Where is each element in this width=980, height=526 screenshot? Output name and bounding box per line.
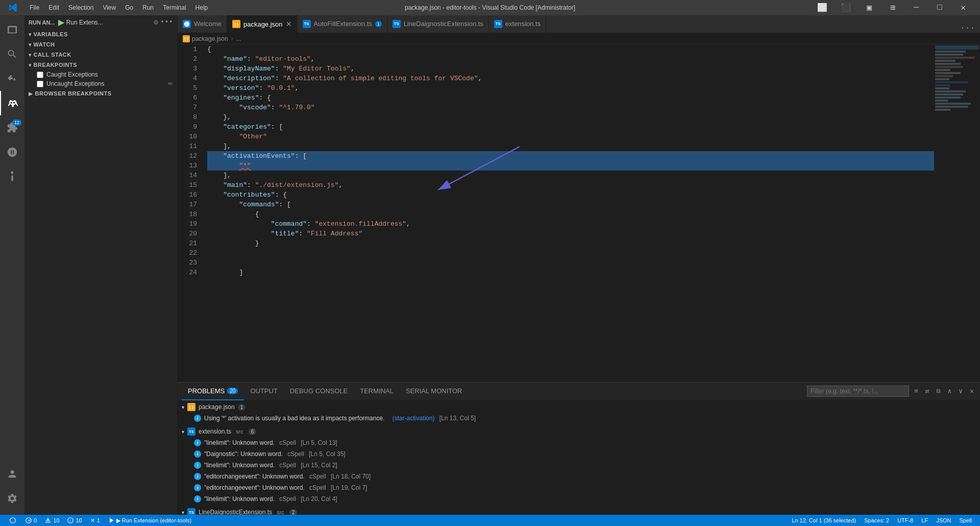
tab-extension[interactable]: TS extension.ts	[489, 15, 546, 33]
minimize-btn[interactable]: ─	[904, 0, 928, 15]
panel-tab-serial-monitor[interactable]: SERIAL MONITOR	[400, 382, 469, 400]
problem-linelimit-3[interactable]: i "linelimit": Unknown word. cSpell [Ln …	[178, 493, 980, 505]
layout-icon[interactable]: ⊟	[935, 386, 943, 396]
panel: PROBLEMS 20 OUTPUT DEBUG CONSOLE TERMINA…	[178, 382, 980, 515]
problem-daignostic[interactable]: i "Daignostic": Unknown word. cSpell [Ln…	[178, 448, 980, 460]
panel-tab-terminal[interactable]: TERMINAL	[354, 382, 400, 400]
run-settings-icon[interactable]: ⚙	[154, 18, 158, 27]
status-warnings[interactable]: 10	[41, 515, 63, 526]
status-errors[interactable]: ✕ 0	[21, 515, 41, 526]
status-spaces[interactable]: Spaces: 2	[860, 515, 893, 526]
svg-text:✕: ✕	[28, 518, 31, 523]
status-cursor-pos[interactable]: Ln 12, Col 1 (36 selected)	[788, 515, 860, 526]
status-run-extension[interactable]: ▶ Run Extension (editor-tools)	[104, 515, 195, 526]
layout-btn-4[interactable]: ⊞	[881, 0, 904, 15]
tabs-more-btn[interactable]: ···	[955, 23, 980, 33]
problem-editorchangeevent-1[interactable]: i "editorchangeevent": Unknown word. cSp…	[178, 471, 980, 482]
filter-icon[interactable]: ≡	[912, 387, 920, 396]
info-icon-ece2: i	[194, 484, 201, 491]
svg-rect-12	[935, 78, 949, 80]
run-more-icon[interactable]: •••	[160, 18, 173, 27]
activity-search[interactable]	[0, 42, 24, 66]
layout-btn-1[interactable]: ⬜	[811, 0, 834, 15]
extension-ts-group-header[interactable]: ▾ TS extension.ts src 6	[178, 426, 980, 437]
breadcrumb-path[interactable]: ...	[236, 35, 241, 42]
package-json-group-header[interactable]: ▾ { } package.json 1	[178, 401, 980, 413]
activity-settings[interactable]	[0, 486, 24, 511]
svg-rect-5	[935, 57, 975, 59]
status-encoding[interactable]: UTF-8	[893, 515, 917, 526]
menu-file[interactable]: File	[26, 2, 43, 13]
problem-linelimit-2[interactable]: i "linelimit": Unknown word. cSpell [Ln …	[178, 460, 980, 471]
code-line-8: },	[207, 112, 934, 122]
code-area[interactable]: { "name": "editor-tools", "displayName":…	[203, 44, 934, 382]
problem-linelimit-1[interactable]: i "linelimit": Unknown word. cSpell [Ln …	[178, 437, 980, 448]
menu-terminal[interactable]: Terminal	[159, 2, 190, 13]
layout-btn-3[interactable]: ▣	[857, 0, 881, 15]
breadcrumb-filename[interactable]: package.json	[192, 35, 228, 42]
activity-remote[interactable]	[0, 140, 24, 164]
status-language[interactable]: JSON	[932, 515, 955, 526]
layout-btn-2[interactable]: ⬛	[834, 0, 857, 15]
problem-item-star-activation[interactable]: i Using '*' activation is usually a bad …	[178, 413, 980, 424]
activity-source-control[interactable]	[0, 66, 24, 91]
menu-selection[interactable]: Selection	[64, 2, 97, 13]
status-spell[interactable]: Spell	[955, 515, 976, 526]
activity-account[interactable]	[0, 462, 24, 486]
serial-monitor-label: SERIAL MONITOR	[406, 387, 462, 395]
output-label: OUTPUT	[250, 387, 277, 395]
spell-label: Spell	[960, 517, 972, 523]
star-activation-link[interactable]: (star-activation)	[393, 415, 435, 422]
wrap-icon[interactable]: ⇄	[923, 386, 932, 396]
panel-tab-debug-console[interactable]: DEBUG CONSOLE	[284, 382, 354, 400]
status-eol[interactable]: LF	[917, 515, 932, 526]
caught-exceptions-item: Caught Exceptions	[24, 70, 177, 79]
tab-linediagnostic[interactable]: TS LineDaignosticExtension.ts	[387, 15, 489, 33]
status-remote[interactable]	[4, 515, 21, 526]
variables-section-header[interactable]: ▾ VARIABLES	[24, 29, 177, 39]
activity-extensions[interactable]: 12	[0, 115, 24, 140]
status-info[interactable]: i 10	[63, 515, 86, 526]
tab-package-json[interactable]: { } package.json ✕	[227, 15, 298, 33]
tab-autofill[interactable]: TS AutoFillExtension.ts 1	[298, 15, 387, 33]
close-panel-icon[interactable]: ✕	[968, 386, 976, 396]
tab-welcome[interactable]: Welcome	[178, 15, 227, 33]
menu-run[interactable]: Run	[138, 2, 158, 13]
run-button[interactable]: ▶ Run Extens...	[58, 17, 103, 27]
menu-help[interactable]: Help	[191, 2, 212, 13]
status-run-x[interactable]: ✕ 1	[86, 515, 104, 526]
svg-rect-22	[935, 109, 950, 111]
problems-filter-input[interactable]	[807, 386, 909, 397]
callstack-section-header[interactable]: ▾ CALL STACK	[24, 50, 177, 60]
linediag-group-header[interactable]: ▾ TS LineDaignosticExtension.ts src 2	[178, 507, 980, 515]
info-icon-daig: i	[194, 450, 201, 458]
terminal-label: TERMINAL	[360, 387, 394, 395]
breakpoints-section-header[interactable]: ▾ BREAKPOINTS	[24, 60, 177, 70]
code-line-15: "main": "./dist/extension.js",	[207, 180, 934, 190]
maximize-btn[interactable]: □	[928, 0, 951, 15]
menu-edit[interactable]: Edit	[44, 2, 63, 13]
panel-tab-problems[interactable]: PROBLEMS 20	[182, 382, 244, 400]
panel-tab-output[interactable]: OUTPUT	[244, 382, 283, 400]
breakpoints-chevron: ▾	[29, 62, 32, 68]
problem-editorchangeevent-2[interactable]: i "editorchangeevent": Unknown word. cSp…	[178, 482, 980, 493]
collapse-up-icon[interactable]: ∧	[946, 386, 954, 396]
linelimit1-text: "linelimit": Unknown word.	[204, 439, 275, 446]
svg-rect-4	[935, 54, 963, 56]
activity-run-debug[interactable]	[0, 91, 24, 115]
run-x-icon: ✕	[90, 517, 95, 524]
caught-exceptions-checkbox[interactable]	[37, 71, 43, 78]
menu-go[interactable]: Go	[121, 2, 137, 13]
browser-breakpoints-header[interactable]: ▶ BROWSER BREAKPOINTS	[24, 88, 177, 99]
uncaught-exceptions-checkbox[interactable]	[37, 81, 43, 87]
edit-uncaught-icon[interactable]: ✏	[168, 80, 173, 87]
ext-count-badge: 6	[249, 428, 257, 435]
package-json-close-icon[interactable]: ✕	[286, 20, 292, 28]
close-btn[interactable]: ✕	[951, 0, 975, 15]
activity-testing[interactable]	[0, 164, 24, 189]
activity-explorer[interactable]	[0, 17, 24, 42]
collapse-down-icon[interactable]: ∨	[957, 386, 965, 396]
ece2-text: "editorchangeevent": Unknown word.	[204, 484, 305, 491]
menu-view[interactable]: View	[99, 2, 120, 13]
watch-section-header[interactable]: ▾ WATCH	[24, 39, 177, 50]
